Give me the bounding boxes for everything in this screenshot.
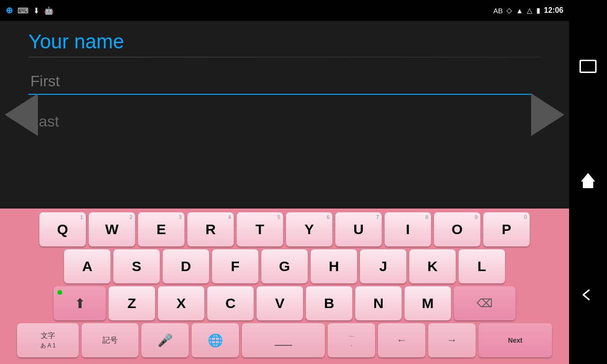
kigo-key[interactable]: 記号 [82, 323, 138, 357]
key-t[interactable]: 5T [237, 212, 283, 246]
main-area: ⊕ ⌨ ⬇ 🤖 AB ◇ ▲ △ ▮ 12:06 Your name Last … [0, 0, 569, 364]
ab-indicator: AB [493, 7, 503, 15]
multi-window-button[interactable] [579, 60, 597, 73]
key-s[interactable]: S [113, 249, 160, 283]
nav-arrow-left[interactable] [5, 93, 38, 136]
keyboard-row-2: A S D F G H J K L [3, 249, 566, 283]
last-name-label: Last [28, 109, 541, 134]
title-divider [28, 57, 541, 57]
status-bar: ⊕ ⌨ ⬇ 🤖 AB ◇ ▲ △ ▮ 12:06 [0, 0, 569, 21]
key-j[interactable]: J [360, 249, 406, 283]
keyboard-icon: ⌨ [18, 6, 28, 15]
key-l[interactable]: L [459, 249, 505, 283]
key-k[interactable]: K [409, 249, 456, 283]
key-b[interactable]: B [306, 286, 352, 320]
key-w[interactable]: 2W [89, 212, 135, 246]
key-d[interactable]: D [163, 249, 209, 283]
key-h[interactable]: H [311, 249, 357, 283]
download-icon: ⬇ [33, 6, 39, 15]
shift-dot [57, 290, 62, 295]
status-icons-left: ⊕ ⌨ ⬇ 🤖 [6, 5, 54, 16]
wifi-icon: ▲ [516, 7, 523, 15]
key-m[interactable]: M [405, 286, 451, 320]
next-key[interactable]: Next [478, 323, 552, 357]
key-i[interactable]: 8I [385, 212, 431, 246]
keyboard-row-4: 文字あ A 1 記号 🎤 🌐 ___ ···. ← → [3, 323, 566, 357]
key-c[interactable]: C [207, 286, 254, 320]
page-title: Your name [28, 30, 541, 53]
keyboard-area: 1Q 2W 3E 4R 5T 6Y 7U 8I 9O 0P A S D F G … [0, 209, 569, 364]
clock: 12:06 [544, 6, 563, 15]
key-g[interactable]: G [261, 249, 308, 283]
space-key[interactable]: ___ [242, 323, 325, 357]
keyboard-row-3: ⬆ Z X C V B N M ⌫ [3, 286, 566, 320]
key-r[interactable]: 4R [187, 212, 234, 246]
side-nav [569, 0, 607, 364]
key-u[interactable]: 7U [335, 212, 382, 246]
globe-key[interactable]: 🌐 [192, 323, 239, 357]
key-z[interactable]: Z [109, 286, 155, 320]
key-o[interactable]: 9O [434, 212, 480, 246]
key-y[interactable]: 6Y [286, 212, 332, 246]
app-icon: ⊕ [6, 5, 13, 16]
battery-charging-icon: ◇ [506, 6, 512, 15]
nav-arrow-right[interactable] [531, 93, 564, 136]
key-a[interactable]: A [64, 249, 110, 283]
microphone-key[interactable]: 🎤 [141, 323, 189, 357]
status-icons-right: AB ◇ ▲ △ ▮ 12:06 [493, 6, 563, 15]
home-button[interactable] [581, 173, 595, 188]
key-q[interactable]: 1Q [39, 212, 86, 246]
backspace-key[interactable]: ⌫ [454, 286, 515, 320]
arrow-right-key[interactable]: → [428, 323, 476, 357]
first-name-input[interactable] [28, 69, 531, 95]
key-v[interactable]: V [257, 286, 303, 320]
shift-key[interactable]: ⬆ [54, 286, 106, 320]
signal-icon: △ [527, 6, 533, 15]
back-icon [579, 288, 597, 301]
battery-icon: ▮ [536, 6, 540, 15]
key-p[interactable]: 0P [483, 212, 530, 246]
dots-key[interactable]: ···. [328, 323, 375, 357]
keyboard-row-1: 1Q 2W 3E 4R 5T 6Y 7U 8I 9O 0P [3, 212, 566, 246]
kana-key[interactable]: 文字あ A 1 [17, 323, 79, 357]
key-x[interactable]: X [158, 286, 204, 320]
content-area: Your name Last [0, 21, 569, 209]
key-e[interactable]: 3E [138, 212, 184, 246]
multi-window-icon [579, 60, 597, 73]
arrow-left-key[interactable]: ← [378, 323, 425, 357]
key-f[interactable]: F [212, 249, 258, 283]
android-icon: 🤖 [44, 6, 54, 15]
back-button[interactable] [579, 288, 597, 305]
key-n[interactable]: N [355, 286, 402, 320]
